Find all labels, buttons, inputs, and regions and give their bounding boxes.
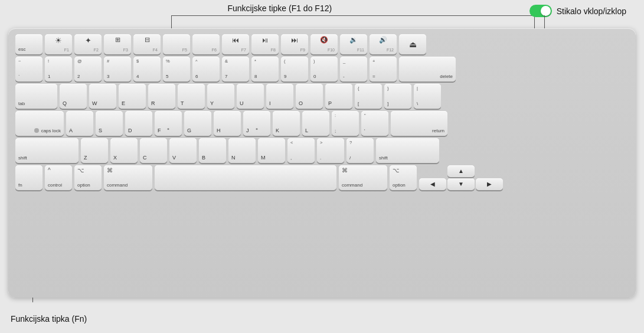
key-f2[interactable]: ✦ F2 (74, 34, 102, 54)
key-q[interactable]: Q (60, 84, 87, 109)
key-f11[interactable]: 🔉 F11 (340, 34, 367, 54)
key-f5[interactable]: F5 (163, 34, 190, 54)
key-u[interactable]: U (237, 84, 264, 109)
key-fn[interactable]: fn (15, 165, 43, 190)
key-capslock[interactable]: caps lock (15, 111, 64, 136)
key-comma[interactable]: < , (287, 138, 315, 163)
arrow-bottom-row: ◀ ▼ ▶ (419, 178, 503, 190)
key-shift-right[interactable]: shift (376, 138, 439, 163)
key-f4[interactable]: ⊟ F4 (133, 34, 161, 54)
key-control[interactable]: ^ control (45, 165, 72, 190)
key-6[interactable]: ^ 6 (192, 57, 220, 81)
key-esc[interactable]: esc (15, 34, 43, 54)
key-r[interactable]: R (148, 84, 175, 109)
key-shift-left[interactable]: shift (15, 138, 79, 163)
key-option-left[interactable]: ⌥ option (74, 165, 102, 190)
key-b[interactable]: B (199, 138, 226, 163)
key-f10[interactable]: 🔇 F10 (310, 34, 338, 54)
key-l[interactable]: L (302, 111, 329, 136)
key-command-right[interactable]: ⌘ command (339, 165, 387, 190)
key-backtick[interactable]: ~ ` (15, 57, 43, 81)
key-t[interactable]: T (178, 84, 205, 109)
arrow-up-row: ▲ (419, 165, 503, 177)
fn-keys-annotation: Funkcijske tipke (F1 do F12) (228, 4, 332, 13)
arrow-cluster: ▲ ◀ ▼ ▶ (419, 165, 503, 190)
key-y[interactable]: Y (207, 84, 234, 109)
key-period[interactable]: > . (317, 138, 344, 163)
key-semicolon[interactable]: : ; (332, 111, 359, 136)
key-z[interactable]: Z (81, 138, 108, 163)
toggle-label: Stikalo vklop/izklop (557, 6, 626, 16)
key-eject[interactable]: ⏏ (399, 34, 426, 54)
key-f1[interactable]: ☀ F1 (45, 34, 72, 54)
key-arrow-down[interactable]: ▼ (447, 178, 475, 190)
key-tab[interactable]: tab (15, 84, 57, 109)
key-w[interactable]: W (89, 84, 116, 109)
key-x[interactable]: X (110, 138, 138, 163)
fn-row: esc ☀ F1 ✦ F2 ⊞ F3 ⊟ F4 F5 F6 ⏮ F7 (15, 34, 629, 54)
key-s[interactable]: S (96, 111, 123, 136)
key-a[interactable]: A (66, 111, 93, 136)
key-slash[interactable]: ? / (346, 138, 374, 163)
key-p[interactable]: P (325, 84, 352, 109)
key-i[interactable]: I (266, 84, 293, 109)
key-arrow-right[interactable]: ▶ (476, 178, 503, 190)
num-row: ~ ` ! 1 @ 2 # 3 $ 4 % 5 ^ 6 & 7 (15, 57, 629, 81)
key-j[interactable]: J (243, 111, 270, 136)
key-h[interactable]: H (214, 111, 241, 136)
key-9[interactable]: ( 9 (281, 57, 308, 81)
key-3[interactable]: # 3 (104, 57, 131, 81)
z-row: shift Z X C V B N M < , > . ? / shift (15, 138, 629, 163)
key-minus[interactable]: _ - (340, 57, 367, 81)
key-f6[interactable]: F6 (192, 34, 220, 54)
key-lbracket[interactable]: { [ (355, 84, 382, 109)
fn-key-annotation: Funkcijska tipka (Fn) (11, 314, 87, 324)
key-k[interactable]: K (273, 111, 300, 136)
key-2[interactable]: @ 2 (74, 57, 102, 81)
key-e[interactable]: E (119, 84, 146, 109)
toggle-thumb (541, 6, 551, 16)
key-backslash[interactable]: | \ (414, 84, 441, 109)
key-8[interactable]: * 8 (251, 57, 279, 81)
key-rbracket[interactable]: } ] (384, 84, 411, 109)
q-row: tab Q W E R T Y U I O P { [ } ] | \ (15, 84, 629, 109)
key-g[interactable]: G (184, 111, 211, 136)
key-c[interactable]: C (140, 138, 167, 163)
key-d[interactable]: D (125, 111, 152, 136)
key-option-right[interactable]: ⌥ option (390, 165, 417, 190)
key-v[interactable]: V (169, 138, 197, 163)
key-arrow-left[interactable]: ◀ (419, 178, 446, 190)
key-5[interactable]: % 5 (163, 57, 190, 81)
key-f9[interactable]: ⏭ F9 (281, 34, 308, 54)
mod-row: fn ^ control ⌥ option ⌘ command ⌘ comman… (15, 165, 629, 190)
key-delete[interactable]: delete (399, 57, 456, 81)
key-command-left[interactable]: ⌘ command (104, 165, 152, 190)
key-arrow-up[interactable]: ▲ (447, 165, 475, 177)
key-m[interactable]: M (258, 138, 285, 163)
top-annotation-line (171, 15, 535, 16)
key-f8[interactable]: ⏯ F8 (251, 34, 279, 54)
keyboard: esc ☀ F1 ✦ F2 ⊞ F3 ⊟ F4 F5 F6 ⏮ F7 (8, 28, 636, 298)
key-return[interactable]: return (391, 111, 447, 136)
key-n[interactable]: N (228, 138, 256, 163)
key-f12[interactable]: 🔊 F12 (370, 34, 397, 54)
key-equals[interactable]: + = (370, 57, 397, 81)
key-o[interactable]: O (296, 84, 323, 109)
key-7[interactable]: & 7 (222, 57, 249, 81)
a-row: caps lock A S D F G H J K L : ; " ' retu… (15, 111, 629, 136)
key-4[interactable]: $ 4 (133, 57, 161, 81)
toggle-switch[interactable] (529, 5, 552, 17)
key-f7[interactable]: ⏮ F7 (222, 34, 249, 54)
key-f3[interactable]: ⊞ F3 (104, 34, 131, 54)
key-f[interactable]: F (155, 111, 182, 136)
key-quote[interactable]: " ' (361, 111, 388, 136)
key-0[interactable]: ) 0 (310, 57, 338, 81)
key-space[interactable] (155, 165, 336, 190)
key-1[interactable]: ! 1 (45, 57, 72, 81)
